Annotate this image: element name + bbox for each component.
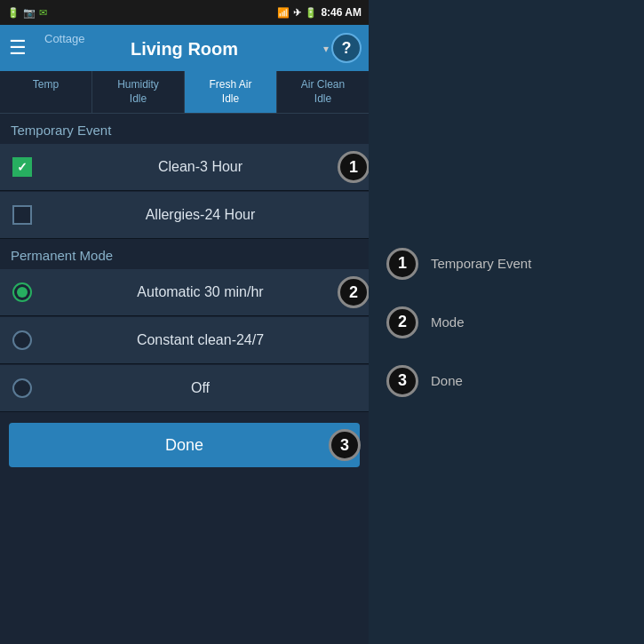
legend-text-2: Mode xyxy=(431,314,465,330)
header-title: Living Room xyxy=(131,39,238,60)
tab-air-clean-idle[interactable]: Air CleanIdle xyxy=(277,71,369,113)
clean-3hour-item[interactable]: Clean-3 Hour 1 xyxy=(0,143,369,191)
done-button[interactable]: Done 3 xyxy=(9,423,360,467)
status-icons-left: 🔋 📷 ✉ xyxy=(7,7,47,19)
hamburger-icon[interactable]: ☰ xyxy=(9,38,27,58)
done-button-wrap: Done 3 xyxy=(0,412,369,478)
temporary-event-header: Temporary Event xyxy=(0,114,369,143)
allergies-label: Allergies-24 Hour xyxy=(44,207,356,223)
help-button[interactable]: ? xyxy=(331,33,362,63)
badge-1: 1 xyxy=(338,151,369,183)
tab-humidity-idle[interactable]: HumidityIdle xyxy=(92,71,185,113)
legend-item-2: 2 Mode xyxy=(386,306,626,338)
tabs-bar: Temp HumidityIdle Fresh AirIdle Air Clea… xyxy=(0,71,369,114)
legend-text-1: Temporary Event xyxy=(431,256,531,271)
constant-clean-radio[interactable] xyxy=(12,330,32,350)
badge-3: 3 xyxy=(329,429,361,461)
off-radio[interactable] xyxy=(12,378,32,398)
battery-icon-green: 🔋 xyxy=(7,7,20,19)
allergies-24hour-item[interactable]: Allergies-24 Hour xyxy=(0,191,369,239)
time-display: 8:46 AM xyxy=(321,6,362,19)
message-icon: ✉ xyxy=(39,7,47,19)
clean-3hour-checkbox[interactable] xyxy=(12,157,32,177)
clean-3hour-label: Clean-3 Hour xyxy=(44,159,356,175)
legend-badge-1: 1 xyxy=(386,248,418,280)
off-item[interactable]: Off xyxy=(0,364,369,412)
badge-2: 2 xyxy=(338,276,369,308)
phone-panel: 🔋 📷 ✉ 📶 ✈ 🔋 8:46 AM ☰ Cottage Living Roo… xyxy=(0,0,369,644)
wifi-icon: 📶 xyxy=(277,7,290,19)
constant-clean-item[interactable]: Constant clean-24/7 xyxy=(0,316,369,364)
status-bar: 🔋 📷 ✉ 📶 ✈ 🔋 8:46 AM xyxy=(0,0,369,25)
permanent-mode-header: Permanent Mode xyxy=(0,239,369,268)
legend-badge-3: 3 xyxy=(386,365,418,397)
notification-icon: 📷 xyxy=(23,7,36,19)
auto-30-radio[interactable] xyxy=(12,282,32,302)
battery-icon: 🔋 xyxy=(305,7,317,19)
header: ☰ Cottage Living Room ▾ ? xyxy=(0,25,369,71)
legend-panel: 1 Temporary Event 2 Mode 3 Done xyxy=(369,0,644,644)
airplane-icon: ✈ xyxy=(293,7,301,19)
status-icons-right: 📶 ✈ 🔋 8:46 AM xyxy=(277,6,362,19)
tab-fresh-air-idle[interactable]: Fresh AirIdle xyxy=(185,71,277,113)
legend-item-1: 1 Temporary Event xyxy=(386,248,626,280)
legend-item-3: 3 Done xyxy=(386,365,626,397)
auto-30-label: Automatic 30 min/hr xyxy=(44,284,356,300)
content-area: Temporary Event Clean-3 Hour 1 Allergies… xyxy=(0,114,369,644)
legend-badge-2: 2 xyxy=(386,306,418,338)
signal-icon: ▾ xyxy=(323,43,329,55)
constant-clean-label: Constant clean-24/7 xyxy=(44,332,356,348)
header-location: Cottage xyxy=(44,32,85,45)
allergies-checkbox[interactable] xyxy=(12,205,32,225)
tab-temp[interactable]: Temp xyxy=(0,71,92,113)
off-label: Off xyxy=(44,380,356,396)
auto-30-item[interactable]: Automatic 30 min/hr 2 xyxy=(0,268,369,316)
legend-text-3: Done xyxy=(431,373,463,388)
